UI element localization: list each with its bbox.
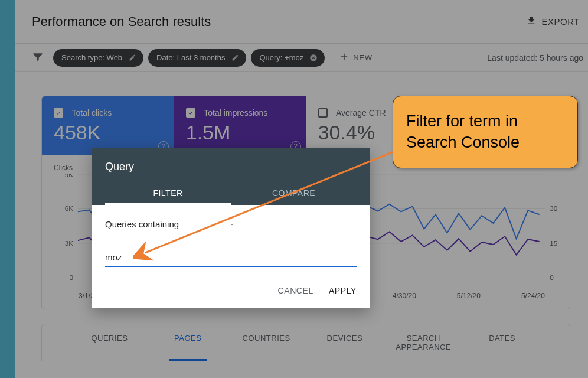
- cancel-button[interactable]: CANCEL: [277, 286, 313, 295]
- query-text-input[interactable]: [105, 249, 357, 267]
- modal-body: Queries containing: [92, 205, 370, 269]
- modal-tab-compare[interactable]: COMPARE: [231, 181, 357, 205]
- chevron-down-icon: [229, 219, 235, 229]
- modal-tabs: FILTER COMPARE: [105, 181, 357, 205]
- match-type-select[interactable]: Queries containing: [105, 216, 235, 233]
- query-filter-modal: Query FILTER COMPARE Queries containing …: [92, 148, 370, 308]
- select-value: Queries containing: [105, 219, 179, 229]
- annotation-callout: Filter for term in Search Console: [393, 96, 578, 168]
- modal-actions: CANCEL APPLY: [92, 269, 370, 308]
- apply-button[interactable]: APPLY: [329, 286, 357, 295]
- modal-header: Query FILTER COMPARE: [92, 148, 370, 205]
- modal-title: Query: [105, 161, 357, 173]
- modal-tab-filter[interactable]: FILTER: [105, 181, 231, 205]
- callout-text: Filter for term in Search Console: [406, 110, 564, 154]
